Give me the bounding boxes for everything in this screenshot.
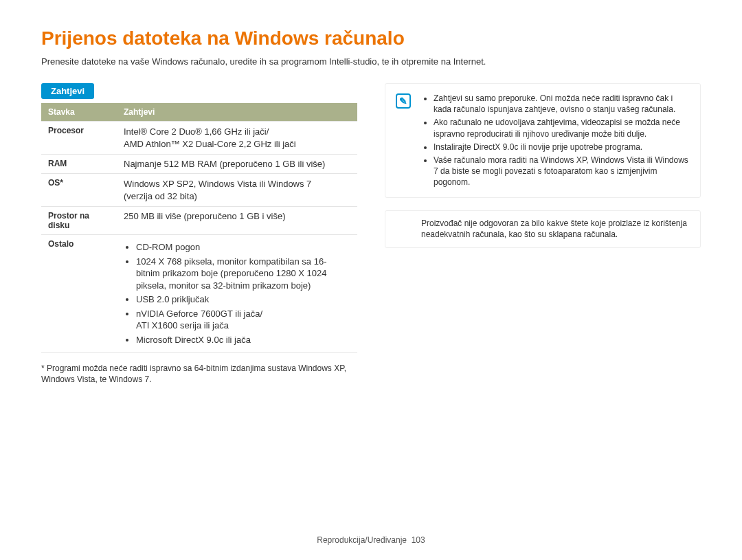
os-line1: Windows XP SP2, Windows Vista ili Window… bbox=[124, 179, 311, 189]
intro-text: Prenesite datoteke na vaše Windows račun… bbox=[41, 56, 701, 67]
procesor-line2: AMD Athlon™ X2 Dual-Core 2,2 GHz ili jač… bbox=[124, 139, 296, 149]
footnote: * Programi možda neće raditi ispravno sa… bbox=[41, 363, 357, 385]
row-value-procesor: Intel® Core 2 Duo® 1,66 GHz ili jači/ AM… bbox=[117, 122, 357, 155]
ostalo-gpu-line1: nVIDIA Geforce 7600GT ili jača/ bbox=[136, 309, 262, 319]
row-label-ram: RAM bbox=[41, 155, 117, 174]
table-header-row: Stavka Zahtjevi bbox=[41, 103, 357, 122]
list-item: 1024 X 768 piksela, monitor kompatibilan… bbox=[136, 256, 350, 292]
footer-page-number: 103 bbox=[412, 535, 425, 545]
col-header-zahtjevi: Zahtjevi bbox=[117, 103, 357, 122]
table-row: Procesor Intel® Core 2 Duo® 1,66 GHz ili… bbox=[41, 122, 357, 155]
note-item: Ako računalo ne udovoljava zahtjevima, v… bbox=[434, 117, 692, 139]
row-label-disk: Prostor na disku bbox=[41, 207, 117, 235]
table-row: Prostor na disku 250 MB ili više (prepor… bbox=[41, 207, 357, 235]
warning-box: Proizvođač nije odgovoran za bilo kakve … bbox=[385, 210, 701, 249]
page-title: Prijenos datoteka na Windows računalo bbox=[41, 27, 701, 49]
row-value-ostalo: CD-ROM pogon 1024 X 768 piksela, monitor… bbox=[117, 235, 357, 352]
right-column: ✎ Zahtjevi su samo preporuke. Oni možda … bbox=[385, 83, 701, 385]
left-column: Zahtjevi Stavka Zahtjevi Procesor Intel®… bbox=[41, 83, 357, 385]
row-value-ram: Najmanje 512 MB RAM (preporučeno 1 GB il… bbox=[117, 155, 357, 174]
procesor-line1: Intel® Core 2 Duo® 1,66 GHz ili jači/ bbox=[124, 126, 269, 137]
row-value-disk: 250 MB ili više (preporučeno 1 GB i više… bbox=[117, 207, 357, 235]
note-item: Zahtjevi su samo preporuke. Oni možda ne… bbox=[434, 93, 692, 115]
table-row: OS* Windows XP SP2, Windows Vista ili Wi… bbox=[41, 174, 357, 207]
note-box: ✎ Zahtjevi su samo preporuke. Oni možda … bbox=[385, 83, 701, 198]
page-footer: Reprodukcija/Uređivanje 103 bbox=[0, 535, 742, 545]
requirements-table: Stavka Zahtjevi Procesor Intel® Core 2 D… bbox=[41, 103, 357, 353]
row-label-os: OS* bbox=[41, 174, 117, 207]
row-label-procesor: Procesor bbox=[41, 122, 117, 155]
list-item: CD-ROM pogon bbox=[136, 241, 350, 254]
ostalo-gpu-line2: ATI X1600 serija ili jača bbox=[136, 320, 229, 331]
note-item: Vaše računalo mora raditi na Windows XP,… bbox=[434, 155, 692, 188]
list-item: USB 2.0 priključak bbox=[136, 293, 350, 306]
row-value-os: Windows XP SP2, Windows Vista ili Window… bbox=[117, 174, 357, 207]
section-label: Zahtjevi bbox=[41, 83, 94, 99]
col-header-stavka: Stavka bbox=[41, 103, 117, 122]
footer-section: Reprodukcija/Uređivanje bbox=[317, 535, 407, 545]
row-label-ostalo: Ostalo bbox=[41, 235, 117, 352]
note-item: Instalirajte DirectX 9.0c ili novije pri… bbox=[434, 142, 692, 153]
note-icon: ✎ bbox=[396, 93, 411, 109]
list-item: Microsoft DirectX 9.0c ili jača bbox=[136, 334, 350, 346]
os-line2: (verzija od 32 bita) bbox=[124, 191, 197, 201]
table-row: Ostalo CD-ROM pogon 1024 X 768 piksela, … bbox=[41, 235, 357, 352]
table-row: RAM Najmanje 512 MB RAM (preporučeno 1 G… bbox=[41, 155, 357, 174]
warning-text: Proizvođač nije odgovoran za bilo kakve … bbox=[421, 218, 692, 241]
list-item: nVIDIA Geforce 7600GT ili jača/ ATI X160… bbox=[136, 308, 350, 332]
